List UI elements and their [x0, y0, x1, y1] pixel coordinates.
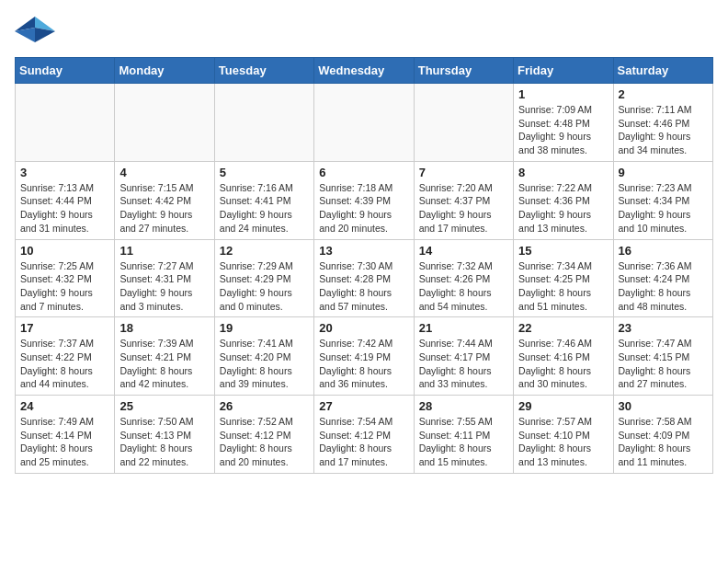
calendar-cell: 19Sunrise: 7:41 AM Sunset: 4:20 PM Dayli…	[214, 317, 313, 396]
day-number: 5	[220, 166, 309, 179]
day-info: Sunrise: 7:27 AM Sunset: 4:31 PM Dayligh…	[119, 259, 209, 314]
day-info: Sunrise: 7:11 AM Sunset: 4:46 PM Dayligh…	[619, 103, 708, 157]
day-info: Sunrise: 7:20 AM Sunset: 4:37 PM Dayligh…	[419, 181, 508, 236]
day-number: 26	[220, 399, 309, 413]
day-number: 7	[419, 166, 508, 179]
day-number: 21	[419, 321, 508, 335]
day-info: Sunrise: 7:47 AM Sunset: 4:15 PM Dayligh…	[619, 337, 708, 391]
calendar-table: SundayMondayTuesdayWednesdayThursdayFrid…	[15, 57, 713, 474]
weekday-header-thursday: Thursday	[414, 58, 513, 84]
day-number: 11	[119, 244, 209, 258]
day-info: Sunrise: 7:16 AM Sunset: 4:41 PM Dayligh…	[220, 181, 309, 236]
weekday-header-wednesday: Wednesday	[314, 58, 414, 84]
day-number: 29	[518, 399, 608, 413]
day-info: Sunrise: 7:54 AM Sunset: 4:12 PM Dayligh…	[319, 415, 408, 469]
calendar-cell: 30Sunrise: 7:58 AM Sunset: 4:09 PM Dayli…	[613, 396, 712, 474]
calendar-week-5: 24Sunrise: 7:49 AM Sunset: 4:14 PM Dayli…	[16, 396, 713, 474]
calendar-cell: 7Sunrise: 7:20 AM Sunset: 4:37 PM Daylig…	[414, 161, 513, 239]
calendar-week-1: 1Sunrise: 7:09 AM Sunset: 4:48 PM Daylig…	[16, 84, 713, 162]
calendar-cell: 21Sunrise: 7:44 AM Sunset: 4:17 PM Dayli…	[414, 317, 513, 396]
calendar-cell: 4Sunrise: 7:15 AM Sunset: 4:42 PM Daylig…	[115, 161, 214, 239]
calendar-cell: 5Sunrise: 7:16 AM Sunset: 4:41 PM Daylig…	[214, 161, 313, 239]
day-info: Sunrise: 7:29 AM Sunset: 4:29 PM Dayligh…	[220, 259, 309, 314]
weekday-header-sunday: Sunday	[16, 58, 115, 84]
day-number: 15	[518, 244, 608, 258]
day-number: 3	[20, 166, 109, 179]
day-info: Sunrise: 7:25 AM Sunset: 4:32 PM Dayligh…	[20, 259, 109, 314]
day-number: 2	[619, 87, 708, 101]
calendar-cell: 15Sunrise: 7:34 AM Sunset: 4:25 PM Dayli…	[514, 239, 613, 317]
calendar-cell: 28Sunrise: 7:55 AM Sunset: 4:11 PM Dayli…	[414, 396, 513, 474]
calendar-week-3: 10Sunrise: 7:25 AM Sunset: 4:32 PM Dayli…	[16, 239, 713, 317]
calendar-cell	[214, 84, 313, 162]
day-number: 6	[319, 166, 408, 179]
day-number: 12	[220, 244, 309, 258]
day-info: Sunrise: 7:30 AM Sunset: 4:28 PM Dayligh…	[319, 259, 408, 314]
day-info: Sunrise: 7:39 AM Sunset: 4:21 PM Dayligh…	[119, 337, 209, 391]
day-info: Sunrise: 7:41 AM Sunset: 4:20 PM Dayligh…	[220, 337, 309, 391]
day-info: Sunrise: 7:15 AM Sunset: 4:42 PM Dayligh…	[119, 181, 209, 236]
day-info: Sunrise: 7:52 AM Sunset: 4:12 PM Dayligh…	[220, 415, 309, 469]
day-number: 14	[419, 244, 508, 258]
calendar-cell: 18Sunrise: 7:39 AM Sunset: 4:21 PM Dayli…	[115, 317, 214, 396]
calendar-cell: 23Sunrise: 7:47 AM Sunset: 4:15 PM Dayli…	[613, 317, 712, 396]
day-number: 19	[220, 321, 309, 335]
day-number: 17	[20, 321, 109, 335]
calendar-cell: 11Sunrise: 7:27 AM Sunset: 4:31 PM Dayli…	[115, 239, 214, 317]
day-info: Sunrise: 7:57 AM Sunset: 4:10 PM Dayligh…	[518, 415, 608, 469]
calendar-cell: 1Sunrise: 7:09 AM Sunset: 4:48 PM Daylig…	[514, 84, 613, 162]
calendar-cell: 8Sunrise: 7:22 AM Sunset: 4:36 PM Daylig…	[514, 161, 613, 239]
calendar-cell: 14Sunrise: 7:32 AM Sunset: 4:26 PM Dayli…	[414, 239, 513, 317]
day-number: 16	[619, 244, 708, 258]
page-header	[15, 15, 713, 50]
day-info: Sunrise: 7:37 AM Sunset: 4:22 PM Dayligh…	[20, 337, 109, 391]
day-number: 1	[518, 87, 608, 101]
calendar-cell	[115, 84, 214, 162]
calendar-cell: 17Sunrise: 7:37 AM Sunset: 4:22 PM Dayli…	[16, 317, 115, 396]
calendar-cell	[16, 84, 115, 162]
day-info: Sunrise: 7:32 AM Sunset: 4:26 PM Dayligh…	[419, 259, 508, 314]
day-info: Sunrise: 7:23 AM Sunset: 4:34 PM Dayligh…	[619, 181, 708, 236]
day-info: Sunrise: 7:36 AM Sunset: 4:24 PM Dayligh…	[619, 259, 708, 314]
day-number: 13	[319, 244, 408, 258]
day-info: Sunrise: 7:22 AM Sunset: 4:36 PM Dayligh…	[518, 181, 608, 236]
weekday-header-friday: Friday	[514, 58, 613, 84]
day-info: Sunrise: 7:42 AM Sunset: 4:19 PM Dayligh…	[319, 337, 408, 391]
day-number: 8	[518, 166, 608, 179]
calendar-cell: 26Sunrise: 7:52 AM Sunset: 4:12 PM Dayli…	[214, 396, 313, 474]
day-number: 24	[20, 399, 109, 413]
day-info: Sunrise: 7:09 AM Sunset: 4:48 PM Dayligh…	[518, 103, 608, 157]
day-info: Sunrise: 7:49 AM Sunset: 4:14 PM Dayligh…	[20, 415, 109, 469]
day-number: 4	[119, 166, 209, 179]
calendar-cell: 9Sunrise: 7:23 AM Sunset: 4:34 PM Daylig…	[613, 161, 712, 239]
calendar-cell: 10Sunrise: 7:25 AM Sunset: 4:32 PM Dayli…	[16, 239, 115, 317]
calendar-cell: 25Sunrise: 7:50 AM Sunset: 4:13 PM Dayli…	[115, 396, 214, 474]
day-info: Sunrise: 7:50 AM Sunset: 4:13 PM Dayligh…	[119, 415, 209, 469]
day-number: 10	[20, 244, 109, 258]
day-number: 25	[119, 399, 209, 413]
day-info: Sunrise: 7:55 AM Sunset: 4:11 PM Dayligh…	[419, 415, 508, 469]
weekday-header-monday: Monday	[115, 58, 214, 84]
calendar-cell: 27Sunrise: 7:54 AM Sunset: 4:12 PM Dayli…	[314, 396, 414, 474]
calendar-cell: 13Sunrise: 7:30 AM Sunset: 4:28 PM Dayli…	[314, 239, 414, 317]
calendar-cell: 6Sunrise: 7:18 AM Sunset: 4:39 PM Daylig…	[314, 161, 414, 239]
day-info: Sunrise: 7:18 AM Sunset: 4:39 PM Dayligh…	[319, 181, 408, 236]
day-number: 28	[419, 399, 508, 413]
weekday-header-tuesday: Tuesday	[214, 58, 313, 84]
logo	[15, 15, 59, 50]
day-info: Sunrise: 7:44 AM Sunset: 4:17 PM Dayligh…	[419, 337, 508, 391]
calendar-cell: 2Sunrise: 7:11 AM Sunset: 4:46 PM Daylig…	[613, 84, 712, 162]
calendar-cell: 3Sunrise: 7:13 AM Sunset: 4:44 PM Daylig…	[16, 161, 115, 239]
calendar-cell: 16Sunrise: 7:36 AM Sunset: 4:24 PM Dayli…	[613, 239, 712, 317]
calendar-week-4: 17Sunrise: 7:37 AM Sunset: 4:22 PM Dayli…	[16, 317, 713, 396]
day-number: 23	[619, 321, 708, 335]
weekday-header-saturday: Saturday	[613, 58, 712, 84]
day-number: 22	[518, 321, 608, 335]
day-info: Sunrise: 7:13 AM Sunset: 4:44 PM Dayligh…	[20, 181, 109, 236]
day-number: 9	[619, 166, 708, 179]
calendar-cell: 29Sunrise: 7:57 AM Sunset: 4:10 PM Dayli…	[514, 396, 613, 474]
calendar-cell: 24Sunrise: 7:49 AM Sunset: 4:14 PM Dayli…	[16, 396, 115, 474]
calendar-cell	[414, 84, 513, 162]
day-info: Sunrise: 7:46 AM Sunset: 4:16 PM Dayligh…	[518, 337, 608, 391]
day-number: 27	[319, 399, 408, 413]
